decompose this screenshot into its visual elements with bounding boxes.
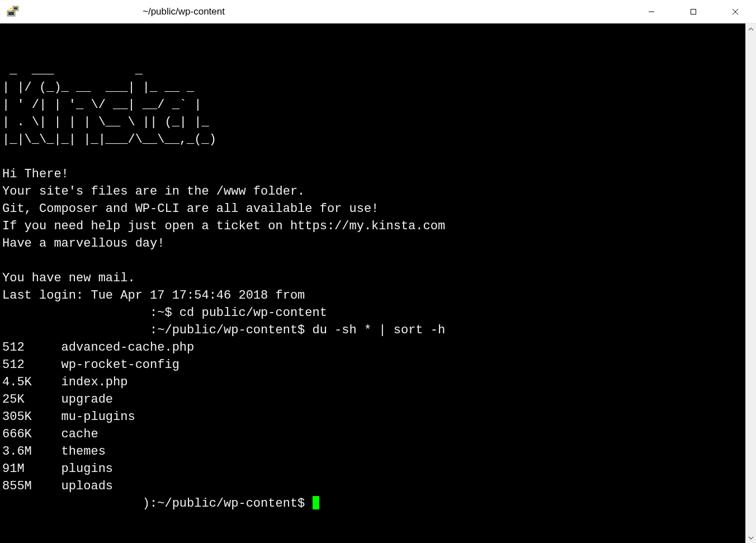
cursor-icon bbox=[313, 496, 319, 509]
prompt-prefix: :~$ bbox=[2, 306, 179, 320]
motd-line: Have a marvellous day! bbox=[2, 237, 164, 251]
svg-rect-6 bbox=[691, 10, 696, 15]
ascii-art-line: _ ___ _ bbox=[2, 63, 143, 77]
minimize-button[interactable] bbox=[630, 0, 672, 23]
command-text: cd public/wp-content bbox=[179, 306, 327, 320]
prompt-prefix: :~/public/wp-content$ bbox=[2, 323, 313, 337]
scroll-up-button[interactable] bbox=[745, 23, 756, 34]
window-controls bbox=[630, 0, 756, 23]
scrollbar-track[interactable] bbox=[745, 23, 756, 543]
motd-line: Git, Composer and WP-CLI are all availab… bbox=[2, 202, 379, 216]
motd-line: If you need help just open a ticket on h… bbox=[2, 219, 445, 233]
ascii-art-line: |_|\_\_|_| |_|___/\__\__,_(_) bbox=[2, 133, 216, 147]
ascii-art-line: | |/ (_)_ __ ___| |_ __ _ bbox=[2, 81, 194, 95]
ascii-art-line: | . \| | | | \__ \ || (_| |_ bbox=[2, 115, 209, 129]
scroll-down-button[interactable] bbox=[745, 532, 756, 543]
mail-notice: You have new mail. bbox=[2, 271, 135, 285]
maximize-button[interactable] bbox=[672, 0, 714, 23]
command-text: du -sh * | sort -h bbox=[313, 323, 446, 337]
close-button[interactable] bbox=[714, 0, 756, 23]
prompt-prefix: ):~/public/wp-content$ bbox=[2, 497, 313, 511]
window-titlebar: ~/public/wp-content bbox=[0, 0, 756, 23]
terminal[interactable]: _ ___ _ | |/ (_)_ __ ___| |_ __ _ | ' /|… bbox=[0, 23, 745, 543]
terminal-wrapper: _ ___ _ | |/ (_)_ __ ___| |_ __ _ | ' /|… bbox=[0, 23, 756, 543]
svg-rect-1 bbox=[8, 12, 14, 15]
app-icon bbox=[6, 4, 20, 19]
motd-greeting: Hi There! bbox=[2, 167, 69, 181]
du-output: 512 advanced-cache.php 512 wp-rocket-con… bbox=[2, 341, 194, 493]
motd-line: Your site's files are in the /www folder… bbox=[2, 185, 305, 199]
ascii-art-line: | ' /| | '_ \/ __| __/ _` | bbox=[2, 98, 201, 112]
svg-rect-3 bbox=[14, 7, 17, 10]
last-login: Last login: Tue Apr 17 17:54:46 2018 fro… bbox=[2, 289, 305, 303]
